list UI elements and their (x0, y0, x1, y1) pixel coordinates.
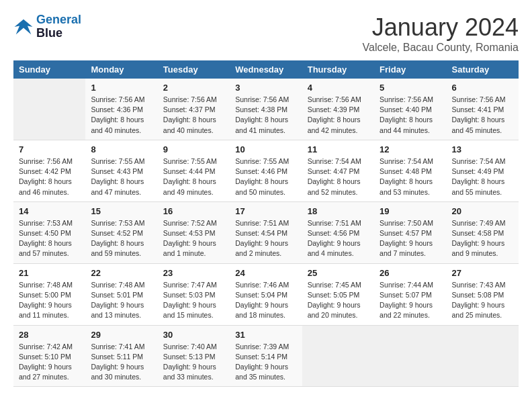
svg-marker-0 (15, 19, 33, 35)
day-info: Sunrise: 7:49 AMSunset: 4:58 PMDaylight:… (452, 218, 513, 259)
header-day-friday: Friday (374, 60, 446, 79)
day-number: 6 (452, 83, 513, 93)
day-info: Sunrise: 7:53 AMSunset: 4:52 PMDaylight:… (91, 218, 152, 259)
day-number: 4 (308, 83, 369, 93)
week-row-3: 14Sunrise: 7:53 AMSunset: 4:50 PMDayligh… (13, 201, 519, 263)
day-number: 5 (380, 83, 441, 93)
day-number: 11 (308, 144, 369, 154)
logo-icon (13, 17, 34, 37)
day-info: Sunrise: 7:40 AMSunset: 5:13 PMDaylight:… (163, 342, 224, 383)
day-number: 8 (91, 144, 152, 154)
day-number: 30 (163, 330, 224, 340)
day-info: Sunrise: 7:52 AMSunset: 4:53 PMDaylight:… (163, 218, 224, 259)
day-number: 27 (452, 268, 513, 278)
calendar-cell: 30Sunrise: 7:40 AMSunset: 5:13 PMDayligh… (158, 325, 230, 387)
logo-text: GeneralBlue (36, 13, 81, 40)
day-number: 14 (19, 206, 80, 216)
calendar-cell: 2Sunrise: 7:56 AMSunset: 4:37 PMDaylight… (158, 79, 230, 140)
header-day-saturday: Saturday (447, 60, 519, 79)
day-info: Sunrise: 7:56 AMSunset: 4:41 PMDaylight:… (452, 95, 513, 136)
header-day-wednesday: Wednesday (230, 60, 302, 79)
day-number: 29 (91, 330, 152, 340)
calendar-cell: 4Sunrise: 7:56 AMSunset: 4:39 PMDaylight… (302, 79, 374, 140)
day-number: 25 (308, 268, 369, 278)
week-row-4: 21Sunrise: 7:48 AMSunset: 5:00 PMDayligh… (13, 263, 519, 325)
day-number: 26 (380, 268, 441, 278)
day-info: Sunrise: 7:51 AMSunset: 4:56 PMDaylight:… (308, 218, 369, 259)
day-info: Sunrise: 7:56 AMSunset: 4:42 PMDaylight:… (19, 156, 80, 197)
calendar-cell: 18Sunrise: 7:51 AMSunset: 4:56 PMDayligh… (302, 201, 374, 263)
day-info: Sunrise: 7:39 AMSunset: 5:14 PMDaylight:… (235, 342, 296, 383)
day-number: 22 (91, 268, 152, 278)
day-info: Sunrise: 7:42 AMSunset: 5:10 PMDaylight:… (19, 342, 80, 383)
calendar-cell (374, 325, 446, 387)
day-number: 9 (163, 144, 224, 154)
day-info: Sunrise: 7:56 AMSunset: 4:37 PMDaylight:… (163, 95, 224, 136)
calendar-cell: 19Sunrise: 7:50 AMSunset: 4:57 PMDayligh… (374, 201, 446, 263)
calendar-cell (447, 325, 519, 387)
day-number: 28 (19, 330, 80, 340)
calendar-cell: 13Sunrise: 7:54 AMSunset: 4:49 PMDayligh… (447, 140, 519, 201)
day-info: Sunrise: 7:51 AMSunset: 4:54 PMDaylight:… (235, 218, 296, 259)
calendar-cell: 11Sunrise: 7:54 AMSunset: 4:47 PMDayligh… (302, 140, 374, 201)
day-number: 2 (163, 83, 224, 93)
calendar-cell: 17Sunrise: 7:51 AMSunset: 4:54 PMDayligh… (230, 201, 302, 263)
day-info: Sunrise: 7:53 AMSunset: 4:50 PMDaylight:… (19, 218, 80, 259)
calendar-cell: 6Sunrise: 7:56 AMSunset: 4:41 PMDaylight… (447, 79, 519, 140)
calendar-cell: 1Sunrise: 7:56 AMSunset: 4:36 PMDaylight… (85, 79, 157, 140)
page-header: GeneralBlue January 2024 Valcele, Bacau … (13, 13, 519, 54)
day-info: Sunrise: 7:48 AMSunset: 5:00 PMDaylight:… (19, 280, 80, 321)
calendar-cell: 16Sunrise: 7:52 AMSunset: 4:53 PMDayligh… (158, 201, 230, 263)
day-info: Sunrise: 7:56 AMSunset: 4:36 PMDaylight:… (91, 95, 152, 136)
day-info: Sunrise: 7:54 AMSunset: 4:48 PMDaylight:… (380, 156, 441, 197)
day-number: 23 (163, 268, 224, 278)
calendar-cell: 5Sunrise: 7:56 AMSunset: 4:40 PMDaylight… (374, 79, 446, 140)
day-info: Sunrise: 7:45 AMSunset: 5:05 PMDaylight:… (308, 280, 369, 321)
day-number: 24 (235, 268, 296, 278)
day-info: Sunrise: 7:56 AMSunset: 4:40 PMDaylight:… (380, 95, 441, 136)
day-info: Sunrise: 7:54 AMSunset: 4:49 PMDaylight:… (452, 156, 513, 197)
day-info: Sunrise: 7:48 AMSunset: 5:01 PMDaylight:… (91, 280, 152, 321)
month-title: January 2024 (363, 13, 519, 42)
calendar-cell: 26Sunrise: 7:44 AMSunset: 5:07 PMDayligh… (374, 263, 446, 325)
day-number: 13 (452, 144, 513, 154)
calendar-cell: 3Sunrise: 7:56 AMSunset: 4:38 PMDaylight… (230, 79, 302, 140)
day-info: Sunrise: 7:43 AMSunset: 5:08 PMDaylight:… (452, 280, 513, 321)
day-number: 19 (380, 206, 441, 216)
day-number: 20 (452, 206, 513, 216)
title-block: January 2024 Valcele, Bacau County, Roma… (363, 13, 519, 54)
calendar-cell: 14Sunrise: 7:53 AMSunset: 4:50 PMDayligh… (13, 201, 85, 263)
calendar-cell: 12Sunrise: 7:54 AMSunset: 4:48 PMDayligh… (374, 140, 446, 201)
header-day-thursday: Thursday (302, 60, 374, 79)
header-day-sunday: Sunday (13, 60, 85, 79)
calendar-cell: 22Sunrise: 7:48 AMSunset: 5:01 PMDayligh… (85, 263, 157, 325)
day-number: 1 (91, 83, 152, 93)
day-info: Sunrise: 7:56 AMSunset: 4:38 PMDaylight:… (235, 95, 296, 136)
calendar-cell: 31Sunrise: 7:39 AMSunset: 5:14 PMDayligh… (230, 325, 302, 387)
location: Valcele, Bacau County, Romania (363, 42, 519, 54)
day-number: 17 (235, 206, 296, 216)
day-info: Sunrise: 7:41 AMSunset: 5:11 PMDaylight:… (91, 342, 152, 383)
calendar-cell (302, 325, 374, 387)
day-number: 12 (380, 144, 441, 154)
calendar-cell: 29Sunrise: 7:41 AMSunset: 5:11 PMDayligh… (85, 325, 157, 387)
calendar-cell: 24Sunrise: 7:46 AMSunset: 5:04 PMDayligh… (230, 263, 302, 325)
calendar-cell: 20Sunrise: 7:49 AMSunset: 4:58 PMDayligh… (447, 201, 519, 263)
day-info: Sunrise: 7:56 AMSunset: 4:39 PMDaylight:… (308, 95, 369, 136)
day-number: 15 (91, 206, 152, 216)
day-info: Sunrise: 7:47 AMSunset: 5:03 PMDaylight:… (163, 280, 224, 321)
calendar-cell: 10Sunrise: 7:55 AMSunset: 4:46 PMDayligh… (230, 140, 302, 201)
logo: GeneralBlue (13, 13, 81, 40)
header-row: SundayMondayTuesdayWednesdayThursdayFrid… (13, 60, 519, 79)
day-number: 7 (19, 144, 80, 154)
calendar-cell: 27Sunrise: 7:43 AMSunset: 5:08 PMDayligh… (447, 263, 519, 325)
day-info: Sunrise: 7:55 AMSunset: 4:46 PMDaylight:… (235, 156, 296, 197)
calendar-cell: 25Sunrise: 7:45 AMSunset: 5:05 PMDayligh… (302, 263, 374, 325)
day-info: Sunrise: 7:46 AMSunset: 5:04 PMDaylight:… (235, 280, 296, 321)
calendar-cell (13, 79, 85, 140)
header-day-monday: Monday (85, 60, 157, 79)
week-row-2: 7Sunrise: 7:56 AMSunset: 4:42 PMDaylight… (13, 140, 519, 201)
calendar-cell: 9Sunrise: 7:55 AMSunset: 4:44 PMDaylight… (158, 140, 230, 201)
day-number: 31 (235, 330, 296, 340)
day-info: Sunrise: 7:50 AMSunset: 4:57 PMDaylight:… (380, 218, 441, 259)
